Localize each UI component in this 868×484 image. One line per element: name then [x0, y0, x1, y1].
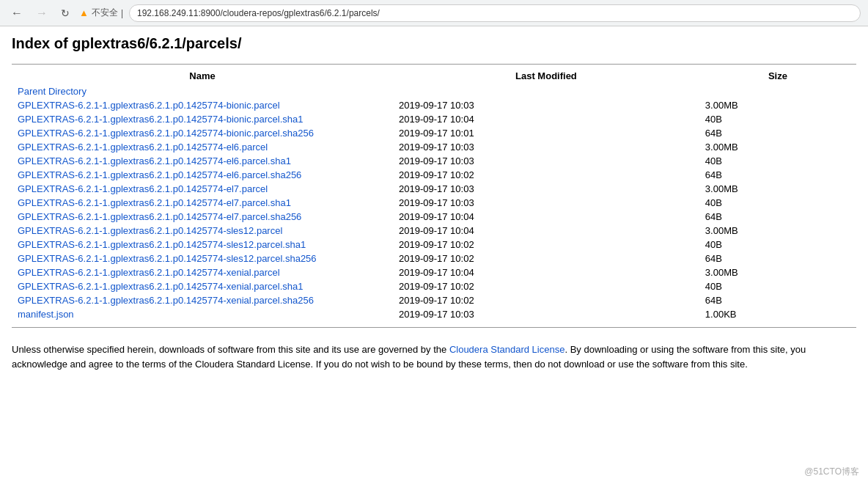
file-size-cell: 40B — [699, 238, 856, 252]
file-modified-cell: 2019-09-17 10:01 — [393, 126, 699, 140]
file-size-cell: 40B — [699, 279, 856, 293]
bottom-divider — [12, 327, 856, 328]
security-label: 不安全 — [92, 7, 118, 19]
file-size-cell — [699, 84, 856, 98]
file-size-cell: 3.00MB — [699, 182, 856, 196]
file-modified-cell: 2019-09-17 10:03 — [393, 154, 699, 168]
table-row: GPLEXTRAS-6.2.1-1.gplextras6.2.1.p0.1425… — [12, 293, 856, 307]
file-link[interactable]: GPLEXTRAS-6.2.1-1.gplextras6.2.1.p0.1425… — [18, 183, 268, 194]
file-modified-cell: 2019-09-17 10:02 — [393, 293, 699, 307]
file-listing-table: Name Last Modified Size Parent Directory… — [12, 67, 856, 321]
table-row: GPLEXTRAS-6.2.1-1.gplextras6.2.1.p0.1425… — [12, 279, 856, 293]
file-name-cell: GPLEXTRAS-6.2.1-1.gplextras6.2.1.p0.1425… — [12, 126, 393, 140]
top-divider — [12, 64, 856, 65]
file-name-cell: GPLEXTRAS-6.2.1-1.gplextras6.2.1.p0.1425… — [12, 196, 393, 210]
file-modified-cell: 2019-09-17 10:02 — [393, 252, 699, 265]
file-link[interactable]: GPLEXTRAS-6.2.1-1.gplextras6.2.1.p0.1425… — [18, 239, 306, 250]
file-modified-cell: 2019-09-17 10:03 — [393, 140, 699, 154]
table-row: Parent Directory — [12, 84, 856, 98]
file-name-cell: GPLEXTRAS-6.2.1-1.gplextras6.2.1.p0.1425… — [12, 182, 393, 196]
table-row: GPLEXTRAS-6.2.1-1.gplextras6.2.1.p0.1425… — [12, 126, 856, 140]
file-link[interactable]: GPLEXTRAS-6.2.1-1.gplextras6.2.1.p0.1425… — [18, 128, 314, 139]
file-link[interactable]: GPLEXTRAS-6.2.1-1.gplextras6.2.1.p0.1425… — [18, 253, 317, 264]
file-name-cell: GPLEXTRAS-6.2.1-1.gplextras6.2.1.p0.1425… — [12, 224, 393, 238]
table-row: GPLEXTRAS-6.2.1-1.gplextras6.2.1.p0.1425… — [12, 182, 856, 196]
file-name-cell: GPLEXTRAS-6.2.1-1.gplextras6.2.1.p0.1425… — [12, 252, 393, 265]
warning-icon: ▲ — [79, 7, 89, 18]
file-link[interactable]: GPLEXTRAS-6.2.1-1.gplextras6.2.1.p0.1425… — [18, 267, 280, 278]
table-row: GPLEXTRAS-6.2.1-1.gplextras6.2.1.p0.1425… — [12, 112, 856, 126]
back-button[interactable]: ← — [7, 5, 26, 21]
footer-text-before-link: Unless otherwise specified herein, downl… — [12, 344, 449, 355]
file-link[interactable]: GPLEXTRAS-6.2.1-1.gplextras6.2.1.p0.1425… — [18, 169, 301, 180]
file-name-cell: GPLEXTRAS-6.2.1-1.gplextras6.2.1.p0.1425… — [12, 293, 393, 307]
file-modified-cell: 2019-09-17 10:02 — [393, 168, 699, 182]
table-row: GPLEXTRAS-6.2.1-1.gplextras6.2.1.p0.1425… — [12, 210, 856, 224]
table-row: GPLEXTRAS-6.2.1-1.gplextras6.2.1.p0.1425… — [12, 154, 856, 168]
address-bar[interactable] — [129, 4, 861, 22]
file-modified-cell: 2019-09-17 10:03 — [393, 307, 699, 321]
file-link[interactable]: manifest.json — [18, 309, 74, 320]
file-size-cell: 3.00MB — [699, 224, 856, 238]
file-modified-cell: 2019-09-17 10:04 — [393, 265, 699, 279]
file-link[interactable]: GPLEXTRAS-6.2.1-1.gplextras6.2.1.p0.1425… — [18, 155, 291, 166]
file-size-cell: 1.00KB — [699, 307, 856, 321]
file-modified-cell: 2019-09-17 10:03 — [393, 196, 699, 210]
file-modified-cell: 2019-09-17 10:04 — [393, 112, 699, 126]
file-link[interactable]: GPLEXTRAS-6.2.1-1.gplextras6.2.1.p0.1425… — [18, 142, 268, 153]
file-size-cell: 3.00MB — [699, 98, 856, 112]
file-name-cell: GPLEXTRAS-6.2.1-1.gplextras6.2.1.p0.1425… — [12, 210, 393, 224]
table-row: GPLEXTRAS-6.2.1-1.gplextras6.2.1.p0.1425… — [12, 140, 856, 154]
file-size-cell: 40B — [699, 112, 856, 126]
file-name-cell: GPLEXTRAS-6.2.1-1.gplextras6.2.1.p0.1425… — [12, 140, 393, 154]
table-row: GPLEXTRAS-6.2.1-1.gplextras6.2.1.p0.1425… — [12, 265, 856, 279]
file-name-cell: GPLEXTRAS-6.2.1-1.gplextras6.2.1.p0.1425… — [12, 279, 393, 293]
table-row: GPLEXTRAS-6.2.1-1.gplextras6.2.1.p0.1425… — [12, 168, 856, 182]
file-size-cell: 64B — [699, 293, 856, 307]
file-name-cell: Parent Directory — [12, 84, 393, 98]
file-link[interactable]: GPLEXTRAS-6.2.1-1.gplextras6.2.1.p0.1425… — [18, 211, 301, 222]
table-row: GPLEXTRAS-6.2.1-1.gplextras6.2.1.p0.1425… — [12, 224, 856, 238]
file-modified-cell: 2019-09-17 10:02 — [393, 279, 699, 293]
file-size-cell: 3.00MB — [699, 265, 856, 279]
file-link[interactable]: GPLEXTRAS-6.2.1-1.gplextras6.2.1.p0.1425… — [18, 100, 280, 111]
file-size-cell: 3.00MB — [699, 140, 856, 154]
table-row: manifest.json2019-09-17 10:031.00KB — [12, 307, 856, 321]
file-size-cell: 40B — [699, 154, 856, 168]
file-modified-cell: 2019-09-17 10:03 — [393, 98, 699, 112]
file-size-cell: 64B — [699, 252, 856, 265]
name-column-header: Name — [12, 67, 393, 84]
file-name-cell: manifest.json — [12, 307, 393, 321]
browser-chrome: ← → ↻ ▲ 不安全 | — [0, 0, 868, 26]
table-row: GPLEXTRAS-6.2.1-1.gplextras6.2.1.p0.1425… — [12, 98, 856, 112]
url-separator: | — [121, 8, 123, 18]
file-link[interactable]: GPLEXTRAS-6.2.1-1.gplextras6.2.1.p0.1425… — [18, 197, 291, 208]
file-table-body: Parent DirectoryGPLEXTRAS-6.2.1-1.gplext… — [12, 84, 856, 321]
file-size-cell: 64B — [699, 126, 856, 140]
file-size-cell: 64B — [699, 168, 856, 182]
file-link[interactable]: GPLEXTRAS-6.2.1-1.gplextras6.2.1.p0.1425… — [18, 114, 304, 125]
file-link[interactable]: GPLEXTRAS-6.2.1-1.gplextras6.2.1.p0.1425… — [18, 281, 304, 292]
cloudera-license-link[interactable]: Cloudera Standard License — [449, 344, 565, 355]
table-header-row: Name Last Modified Size — [12, 67, 856, 84]
file-name-cell: GPLEXTRAS-6.2.1-1.gplextras6.2.1.p0.1425… — [12, 238, 393, 252]
file-modified-cell: 2019-09-17 10:04 — [393, 224, 699, 238]
footer-text: Unless otherwise specified herein, downl… — [0, 342, 868, 377]
page-title: Index of gplextras6/6.2.1/parcels/ — [12, 35, 856, 52]
file-name-cell: GPLEXTRAS-6.2.1-1.gplextras6.2.1.p0.1425… — [12, 98, 393, 112]
forward-button[interactable]: → — [32, 5, 51, 21]
file-size-cell: 40B — [699, 196, 856, 210]
reload-button[interactable]: ↻ — [57, 6, 73, 21]
file-link[interactable]: Parent Directory — [18, 86, 87, 97]
file-size-cell: 64B — [699, 210, 856, 224]
file-link[interactable]: GPLEXTRAS-6.2.1-1.gplextras6.2.1.p0.1425… — [18, 225, 282, 236]
table-row: GPLEXTRAS-6.2.1-1.gplextras6.2.1.p0.1425… — [12, 238, 856, 252]
table-row: GPLEXTRAS-6.2.1-1.gplextras6.2.1.p0.1425… — [12, 252, 856, 265]
file-modified-cell — [393, 84, 699, 98]
file-name-cell: GPLEXTRAS-6.2.1-1.gplextras6.2.1.p0.1425… — [12, 168, 393, 182]
file-modified-cell: 2019-09-17 10:02 — [393, 238, 699, 252]
page-content: Index of gplextras6/6.2.1/parcels/ Name … — [0, 26, 868, 342]
file-modified-cell: 2019-09-17 10:04 — [393, 210, 699, 224]
size-column-header: Size — [699, 67, 856, 84]
file-link[interactable]: GPLEXTRAS-6.2.1-1.gplextras6.2.1.p0.1425… — [18, 295, 314, 306]
